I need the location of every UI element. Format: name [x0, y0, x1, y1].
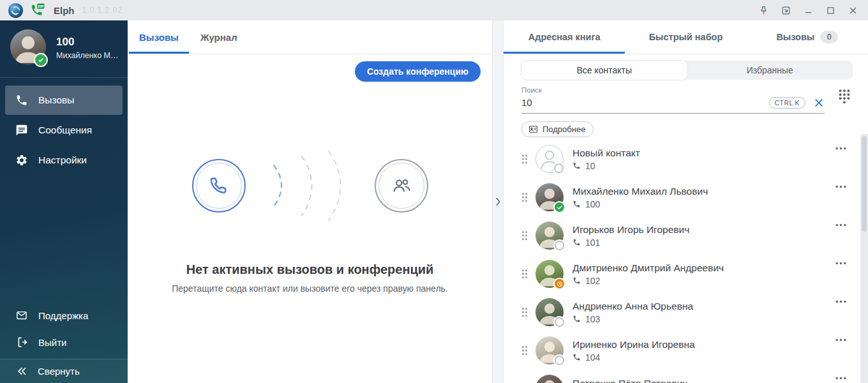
dashed-waves	[262, 147, 358, 224]
scrollbar-thumb[interactable]	[862, 136, 867, 232]
contact-more-button[interactable]	[834, 184, 848, 190]
more-dots-icon	[835, 300, 846, 303]
collapse-label: Свернуть	[38, 366, 80, 377]
minimize-icon	[803, 5, 814, 16]
details-button[interactable]: Подробнее	[521, 121, 594, 137]
offline-status-icon	[555, 356, 564, 365]
call-circle	[192, 159, 246, 213]
contact-avatar	[535, 336, 564, 364]
app-version: 1.0.1.2.02	[82, 6, 123, 15]
sidebar-item-logout[interactable]: Выйти	[5, 329, 123, 356]
drag-handle-icon[interactable]	[521, 307, 528, 317]
panel-tab-0[interactable]: Адресная книга	[504, 20, 625, 54]
close-button[interactable]	[845, 3, 860, 18]
contact-row[interactable]: Михайленко Михаил Львович 100	[521, 178, 853, 216]
clear-search-button[interactable]	[813, 97, 825, 109]
contact-number: 102	[585, 276, 600, 286]
more-dots-icon	[835, 338, 846, 342]
divider	[0, 77, 128, 78]
scrollbar[interactable]	[860, 134, 868, 383]
contact-more-button[interactable]	[834, 299, 848, 304]
search-controls: CTRL K	[769, 97, 825, 109]
contact-row[interactable]: Новый контакт 10	[521, 140, 853, 178]
contact-row[interactable]: Петренко Пётр Петрович	[521, 370, 853, 383]
sidebar-item-gear[interactable]: Настройки	[5, 146, 123, 175]
tab-count-badge: 0	[820, 31, 838, 43]
contact-number: 10	[585, 161, 595, 171]
dialpad-button[interactable]	[837, 88, 851, 104]
minimize-to-tray-button[interactable]	[778, 3, 793, 18]
sidebar-item-mail[interactable]: Поддержка	[5, 302, 123, 329]
more-dots-icon	[835, 262, 846, 265]
phone-icon	[572, 161, 581, 170]
contact-info: Игорьков Игорь Игоревич 101	[572, 224, 834, 248]
contact-row[interactable]: Игорьков Игорь Игоревич 101	[521, 216, 853, 255]
phone-icon	[572, 238, 581, 246]
contact-avatar	[535, 222, 564, 250]
pin-button[interactable]	[756, 3, 771, 18]
contact-card-icon	[528, 124, 538, 134]
contact-more-button[interactable]	[834, 375, 848, 381]
maximize-icon	[825, 5, 836, 16]
filter-tab-1[interactable]: Избранные	[687, 61, 853, 80]
sidebar-nav: Вызовы Сообщения Настройки	[0, 82, 128, 175]
filter-tab-label: Все контакты	[576, 65, 632, 75]
contact-name: Новый контакт	[572, 147, 834, 159]
online-status-icon	[555, 202, 564, 212]
contact-avatar	[535, 298, 564, 326]
sidebar-item-phone[interactable]: Вызовы	[5, 86, 123, 115]
drag-handle-icon[interactable]	[521, 230, 528, 241]
more-dots-icon	[835, 147, 846, 150]
collapse-sidebar-button[interactable]: Свернуть	[0, 359, 128, 383]
contact-row[interactable]: Андриенко Анна Юрьевна 103	[521, 293, 853, 331]
contact-more-button[interactable]	[834, 260, 848, 266]
tab-label: Журнал	[200, 32, 237, 43]
minimize-to-tray-icon	[781, 5, 791, 16]
contact-name: Дмитриенко Дмитрий Андреевич	[572, 262, 834, 274]
empty-state-subtitle: Перетащите сюда контакт или вызовите его…	[172, 283, 448, 294]
maximize-button[interactable]	[823, 3, 838, 18]
contact-row[interactable]: Дмитриенко Дмитрий Андреевич 102	[521, 255, 853, 293]
contact-info: Петренко Пётр Петрович	[572, 378, 834, 383]
profile-avatar	[10, 29, 46, 65]
contact-row[interactable]: Ириненко Ирина Игоревна 104	[521, 331, 853, 370]
contact-info: Дмитриенко Дмитрий Андреевич 102	[572, 262, 834, 286]
sidebar-item-label: Сообщения	[38, 124, 92, 136]
drag-handle-icon[interactable]	[521, 269, 528, 279]
contact-more-button[interactable]	[834, 146, 848, 151]
contact-number-row: 10	[572, 161, 834, 171]
titlebar: SIP Elph 1.0.1.2.02	[0, 0, 868, 20]
offline-status-icon	[555, 241, 564, 250]
chat-icon	[15, 124, 28, 137]
away-status-icon	[555, 279, 564, 289]
empty-state-figures	[192, 147, 428, 224]
contact-more-button[interactable]	[834, 222, 848, 228]
create-conference-button[interactable]: Создать конференцию	[355, 61, 481, 82]
panel-tab-2[interactable]: Вызовы 0	[747, 20, 868, 54]
contact-name: Игорьков Игорь Игоревич	[572, 224, 834, 236]
more-dots-icon	[835, 185, 846, 188]
drag-handle-icon[interactable]	[521, 154, 528, 164]
contact-info: Андриенко Анна Юрьевна 103	[572, 301, 834, 324]
search-input[interactable]: Поиск 10 CTRL K	[521, 85, 825, 114]
main-tab-0[interactable]: Вызовы	[129, 20, 189, 54]
contact-list: Новый контакт 10 Михайленко Михаил Львов…	[521, 140, 853, 383]
contact-number: 101	[585, 237, 600, 248]
contact-avatar	[535, 145, 564, 173]
profile[interactable]: 100 Михайленко Михаи…	[0, 20, 128, 73]
contact-more-button[interactable]	[834, 337, 848, 343]
panel-tabbar: Адресная книга Быстрый набор Вызовы 0	[504, 20, 868, 54]
contact-avatar	[535, 260, 564, 288]
sidebar-item-chat[interactable]: Сообщения	[5, 116, 123, 145]
drag-handle-icon[interactable]	[521, 345, 528, 356]
main-tab-1[interactable]: Журнал	[190, 20, 248, 54]
panel-tab-1[interactable]: Быстрый набор	[625, 20, 746, 54]
panel-splitter[interactable]	[492, 20, 504, 383]
conference-circle	[375, 159, 428, 213]
content: 100 Михайленко Михаи… Вызовы Сообщения Н…	[0, 20, 868, 383]
contact-avatar	[535, 183, 564, 211]
phone-icon	[572, 353, 581, 361]
minimize-button[interactable]	[800, 3, 816, 18]
filter-tab-0[interactable]: Все контакты	[521, 61, 687, 80]
drag-handle-icon[interactable]	[521, 192, 528, 202]
